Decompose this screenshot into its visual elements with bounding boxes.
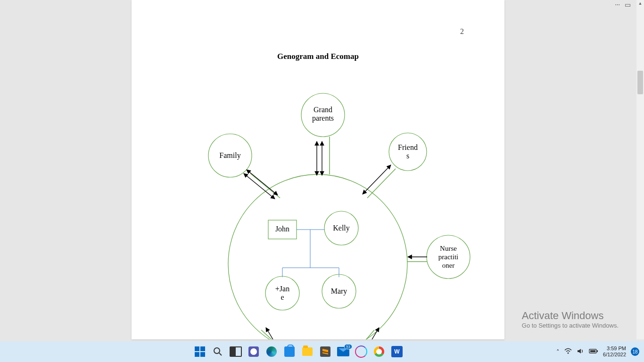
word-icon[interactable]: W (390, 345, 404, 358)
taskbar: 53 W ˄ 3:59 PM 6/12/2022 18 (0, 341, 644, 362)
scroll-up-icon[interactable]: ▲ (636, 0, 644, 7)
sublime-icon[interactable] (319, 345, 332, 358)
battery-icon[interactable] (589, 348, 598, 355)
label-friends-2: s (406, 152, 409, 160)
link-family-green (250, 173, 280, 198)
svg-line-1 (219, 353, 222, 355)
link-family-arrow1 (244, 173, 275, 199)
label-nurse-2: practiti (438, 253, 458, 261)
notification-badge[interactable]: 18 (631, 347, 639, 356)
store-icon[interactable] (283, 345, 296, 358)
task-view-icon[interactable] (229, 345, 242, 358)
volume-icon[interactable] (577, 348, 584, 356)
ecomap-diagram: Grand parents Family Friend s Nurse prac… (132, 0, 504, 339)
taskbar-right: ˄ 3:59 PM 6/12/2022 18 (556, 346, 644, 358)
app-root: ··· ▭ ✕ ▲ 2 Genogram and Ecomap Grand pa… (0, 0, 644, 362)
label-kelly: Kelly (333, 224, 350, 232)
svg-point-0 (214, 348, 220, 354)
svg-rect-4 (597, 350, 598, 352)
label-john: John (275, 225, 289, 233)
svg-point-2 (568, 352, 569, 354)
edge-icon[interactable] (265, 345, 278, 358)
tray-chevron-icon[interactable]: ˄ (556, 348, 560, 355)
scroll-thumb[interactable] (637, 71, 643, 94)
link-friends-arrow (363, 165, 391, 194)
wifi-icon[interactable] (564, 348, 572, 356)
label-nurse-1: Nurse (440, 245, 457, 252)
label-grandparents-2: parents (312, 114, 334, 123)
taskbar-center: 53 W (193, 345, 404, 358)
teams-icon[interactable] (247, 345, 260, 358)
search-icon[interactable] (211, 345, 224, 358)
more-icon[interactable]: ··· (615, 2, 620, 8)
central-circle (228, 174, 407, 339)
file-explorer-icon[interactable] (301, 345, 314, 358)
label-mary: Mary (331, 287, 347, 296)
mail-badge: 53 (344, 344, 352, 349)
watermark-title: Activate Windows (522, 310, 619, 322)
label-jane-2: e (281, 293, 284, 301)
link-friends-green (367, 169, 396, 198)
watermark-sub: Go to Settings to activate Windows. (522, 322, 619, 329)
date-label: 6/12/2022 (603, 352, 626, 358)
clock[interactable]: 3:59 PM 6/12/2022 (603, 346, 626, 358)
ribbon-toggle-icon[interactable]: ▭ (625, 2, 631, 8)
document-page[interactable]: 2 Genogram and Ecomap Grand parents Fami… (132, 0, 504, 339)
label-nurse-3: oner (442, 262, 455, 269)
label-friends-1: Friend (398, 143, 418, 151)
mail-icon[interactable]: 53 (337, 345, 350, 358)
activate-windows-watermark: Activate Windows Go to Settings to activ… (522, 310, 619, 329)
start-button[interactable] (193, 345, 206, 358)
scrollbar[interactable]: ▲ (636, 0, 644, 339)
time-label: 3:59 PM (603, 346, 626, 352)
label-jane-1: +Jan (275, 285, 289, 293)
link-lower-right-arrow (372, 328, 379, 339)
chrome-icon[interactable] (372, 345, 386, 358)
label-grandparents-1: Grand (314, 106, 332, 114)
link-family-arrow2 (247, 170, 278, 195)
swirl-app-icon[interactable] (355, 345, 368, 358)
svg-rect-5 (590, 350, 595, 352)
label-family: Family (219, 151, 240, 160)
